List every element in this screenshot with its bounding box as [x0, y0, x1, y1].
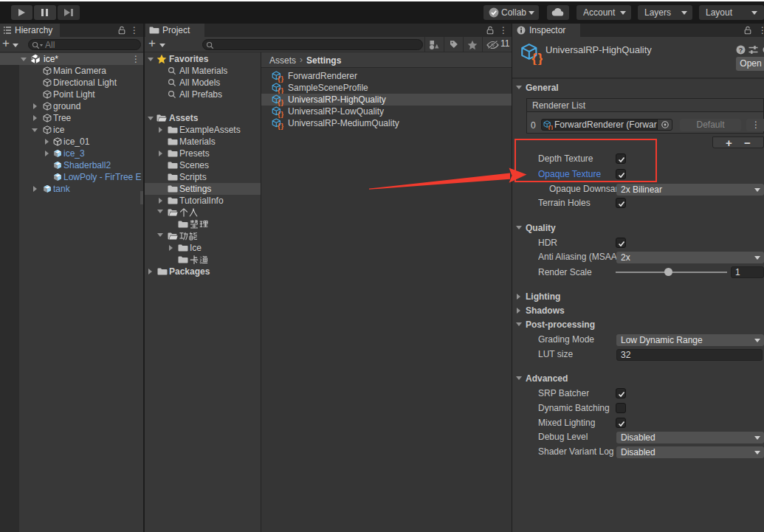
svg-text:?: ?: [739, 46, 743, 54]
